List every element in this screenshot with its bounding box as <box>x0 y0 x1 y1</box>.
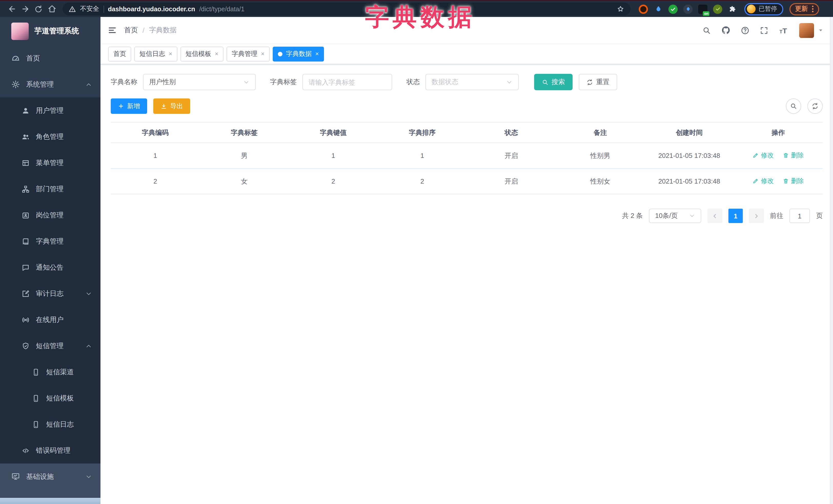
status-select[interactable]: 数据状态 <box>426 74 519 90</box>
sidebar-item-sms-log[interactable]: 短信日志 <box>0 411 100 437</box>
phone-icon <box>32 368 40 376</box>
edit-link[interactable]: 修改 <box>753 177 774 186</box>
sidebar-item-notice[interactable]: 通知公告 <box>0 254 100 281</box>
browser-home-button[interactable] <box>45 2 58 16</box>
sidebar-infra-section: 基础设施 <box>0 463 100 498</box>
address-divider <box>103 5 104 13</box>
add-button[interactable]: 新增 <box>111 98 147 114</box>
sidebar-item-departments[interactable]: 部门管理 <box>0 176 100 202</box>
lime-extension-icon[interactable] <box>713 4 722 14</box>
sidebar-item-sms[interactable]: 短信管理 <box>0 333 100 359</box>
tab-close-icon[interactable]: × <box>169 51 172 57</box>
sidebar-item-users[interactable]: 用户管理 <box>0 97 100 124</box>
prev-page-button[interactable] <box>708 209 722 223</box>
sidebar-item-home[interactable]: 首页 <box>0 45 100 71</box>
tab-close-icon[interactable]: × <box>315 51 319 57</box>
sidebar-item-online-users[interactable]: 在线用户 <box>0 307 100 333</box>
browser-profile-chip[interactable]: 已暂停 <box>744 3 783 15</box>
search-button[interactable]: 搜索 <box>534 74 573 90</box>
app-logo-row[interactable]: 芋道管理系统 <box>0 17 100 45</box>
export-button[interactable]: 导出 <box>153 98 190 114</box>
trash-icon <box>783 178 789 184</box>
sidebar-item-menus[interactable]: 菜单管理 <box>0 150 100 176</box>
sidebar-item-posts[interactable]: 岗位管理 <box>0 202 100 228</box>
sidebar-top-section: 芋道管理系统 首页 系统管理 <box>0 17 100 97</box>
address-bar[interactable]: 不安全 dashboard.yudao.iocoder.cn /dict/typ… <box>63 3 630 16</box>
breadcrumb-home[interactable]: 首页 <box>124 26 138 35</box>
refresh-table-button[interactable] <box>807 98 823 114</box>
puzzle-extensions-icon[interactable] <box>728 4 737 14</box>
col-dict-label: 字典标签 <box>200 122 289 143</box>
tab-dict-data[interactable]: 字典数据 × <box>273 46 324 61</box>
help-icon[interactable] <box>741 26 749 34</box>
caret-down-icon[interactable] <box>818 27 824 33</box>
dict-tag-input[interactable] <box>303 74 392 90</box>
col-remark: 备注 <box>556 122 645 143</box>
chart-extension-icon[interactable] <box>683 4 693 14</box>
fullscreen-icon[interactable] <box>760 26 768 34</box>
tab-dict-manage[interactable]: 字典管理 × <box>227 46 270 61</box>
annotation-overlay-title: 字典数据 <box>365 1 476 33</box>
cell-dict-code: 2 <box>111 168 200 194</box>
dict-name-select[interactable]: 用户性别 <box>143 74 256 90</box>
goto-page-input[interactable] <box>789 209 810 223</box>
sidebar-item-label: 岗位管理 <box>36 211 64 220</box>
next-page-button[interactable] <box>749 209 764 223</box>
page-size-select[interactable]: 10条/页 <box>649 209 701 223</box>
sidebar: 芋道管理系统 首页 系统管理 用户管理 <box>0 17 100 504</box>
browser-forward-button[interactable] <box>19 2 32 16</box>
status-label: 状态 <box>406 77 420 87</box>
reload-icon <box>34 5 43 13</box>
browser-reload-button[interactable] <box>32 2 45 16</box>
browser-menu-icon[interactable] <box>812 6 813 12</box>
browser-back-button[interactable] <box>5 2 19 16</box>
sidebar-item-error-codes[interactable]: 错误码管理 <box>0 437 100 463</box>
sidebar-item-sms-template[interactable]: 短信模板 <box>0 385 100 411</box>
orange-ring-extension-icon[interactable] <box>639 4 648 14</box>
back-arrow-icon <box>7 5 16 13</box>
dict-data-table: 字典编码 字典标签 字典键值 字典排序 状态 备注 创建时间 操作 1 <box>111 122 823 194</box>
user-avatar[interactable] <box>799 23 814 38</box>
search-icon[interactable] <box>702 26 711 34</box>
sidebar-item-sms-channel[interactable]: 短信渠道 <box>0 359 100 385</box>
cell-remark: 性别男 <box>556 143 645 168</box>
sidebar-item-label: 字典管理 <box>36 237 64 246</box>
col-dict-value: 字典键值 <box>289 122 378 143</box>
green-check-extension-icon[interactable] <box>668 4 678 14</box>
not-secure-label[interactable]: 不安全 <box>80 5 99 13</box>
github-icon[interactable] <box>721 26 731 35</box>
delete-link[interactable]: 删除 <box>783 177 804 186</box>
font-size-icon[interactable] <box>779 25 789 35</box>
tab-sms-template[interactable]: 短信模板 × <box>181 46 223 61</box>
breadcrumb-current: 字典数据 <box>149 26 177 35</box>
tab-close-icon[interactable]: × <box>261 51 264 57</box>
sidebar-item-audit-log[interactable]: 审计日志 <box>0 281 100 307</box>
delete-link[interactable]: 删除 <box>783 151 804 160</box>
sidebar-item-roles[interactable]: 角色管理 <box>0 124 100 150</box>
tab-close-icon[interactable]: × <box>215 51 218 57</box>
chevron-down-icon <box>85 290 92 297</box>
gear-icon <box>11 80 20 89</box>
sidebar-item-dict[interactable]: 字典管理 <box>0 228 100 254</box>
sidebar-item-system[interactable]: 系统管理 <box>0 71 100 97</box>
edit-link[interactable]: 修改 <box>753 151 774 160</box>
search-icon <box>542 79 548 86</box>
sidebar-item-label: 短信渠道 <box>46 367 74 377</box>
on-badge-extension-icon[interactable]: on <box>698 4 708 14</box>
cell-created: 2021-01-05 17:03:48 <box>645 143 734 168</box>
sidebar-bottom-scrollbar[interactable] <box>0 498 100 504</box>
tab-home[interactable]: 首页 <box>108 46 131 61</box>
table-row: 1 男 1 1 开启 性别男 2021-01-05 17:03:48 修改 <box>111 143 823 168</box>
sidebar-collapse-icon[interactable] <box>108 26 117 35</box>
reset-button[interactable]: 重置 <box>579 74 617 90</box>
bookmark-star-icon[interactable] <box>617 5 624 13</box>
sidebar-item-infrastructure[interactable]: 基础设施 <box>0 463 100 490</box>
tab-sms-log[interactable]: 短信日志 × <box>134 46 177 61</box>
blue-drop-extension-icon[interactable] <box>653 4 663 14</box>
browser-update-button[interactable]: 更新 <box>789 3 819 15</box>
current-page-button[interactable]: 1 <box>729 209 743 223</box>
toggle-search-button[interactable] <box>786 98 801 114</box>
page-scrollbar[interactable] <box>830 17 833 504</box>
chevron-down-icon <box>243 79 249 86</box>
profile-emoji-avatar <box>747 5 756 13</box>
